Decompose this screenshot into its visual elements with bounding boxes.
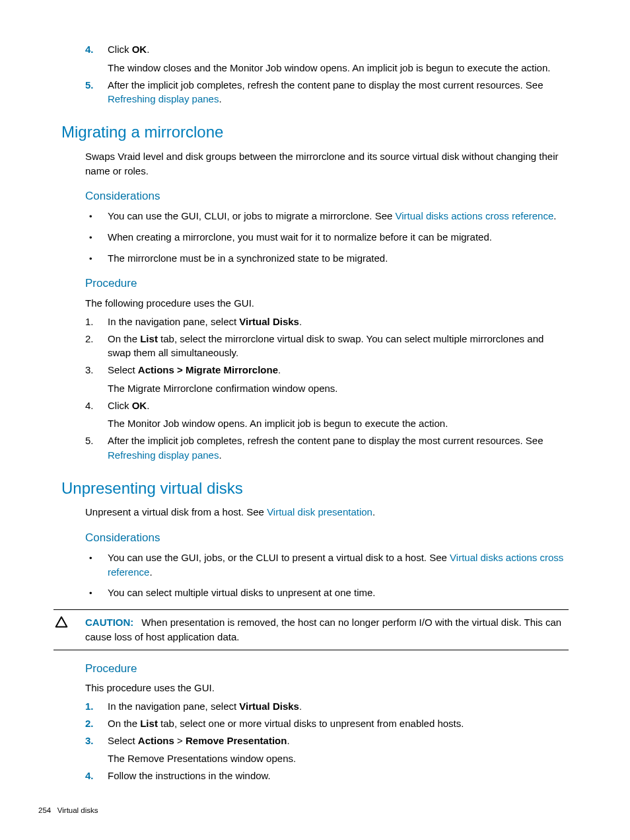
text: After the implicit job completes, refres… <box>108 435 543 446</box>
heading-procedure: Procedure <box>85 661 569 677</box>
step-body: Select Actions > Migrate Mirrorclone. Th… <box>108 363 569 396</box>
caution-box: CAUTION:When presentation is removed, th… <box>53 609 569 650</box>
step-body: On the List tab, select the mirrorclone … <box>108 332 569 361</box>
bold: OK <box>132 44 147 55</box>
step-4: 4. Click OK. The window closes and the M… <box>85 42 569 75</box>
step-marker: 2. <box>85 332 108 361</box>
text: Select <box>108 735 138 746</box>
text: tab, select the mirrorclone virtual disk… <box>108 333 543 359</box>
step-body: Follow the instructions in the window. <box>108 769 569 783</box>
step-sub: The Remove Presentations window opens. <box>108 751 569 766</box>
step-4: 4. Follow the instructions in the window… <box>85 769 569 783</box>
bullet-icon <box>85 551 108 580</box>
bold: Virtual Disks <box>239 701 299 712</box>
step-3: 3. Select Actions > Migrate Mirrorclone.… <box>85 363 569 396</box>
migrating-intro: Swaps Vraid level and disk groups betwee… <box>85 149 569 178</box>
link-actions-xref[interactable]: Virtual disks actions cross reference <box>395 210 553 221</box>
step-2: 2. On the List tab, select one or more v… <box>85 716 569 731</box>
bullet-icon <box>85 209 108 223</box>
caution-body: CAUTION:When presentation is removed, th… <box>85 615 569 644</box>
step-body: After the implicit job completes, refres… <box>108 434 569 463</box>
text: Unpresent a virtual disk from a host. Se… <box>85 506 267 517</box>
step-marker: 5. <box>85 78 108 107</box>
step-1: 1. In the navigation pane, select Virtua… <box>85 315 569 329</box>
step-marker: 5. <box>85 434 108 463</box>
step-2: 2. On the List tab, select the mirrorclo… <box>85 332 569 361</box>
list-item: When creating a mirrorclone, you must wa… <box>85 230 569 245</box>
text: You can select multiple virtual disks to… <box>108 586 569 600</box>
link-refreshing-panes[interactable]: Refreshing display panes <box>108 93 219 104</box>
text: . <box>219 449 221 461</box>
text: In the navigation pane, select <box>108 316 239 327</box>
text: . <box>147 400 149 411</box>
step-marker: 3. <box>85 734 108 767</box>
text: You can use the GUI, CLUI, or jobs to mi… <box>108 209 569 223</box>
text: On the <box>108 333 140 344</box>
list-item: You can select multiple virtual disks to… <box>85 586 569 600</box>
text: . <box>299 316 302 327</box>
bold: List <box>140 718 158 729</box>
bold: Actions > Migrate Mirrorclone <box>138 364 278 375</box>
procedure-intro: The following procedure uses the GUI. <box>85 296 569 311</box>
text: . <box>219 93 221 104</box>
step-marker: 4. <box>85 399 108 432</box>
step-1: 1. In the navigation pane, select Virtua… <box>85 699 569 714</box>
step-5: 5. After the implicit job completes, ref… <box>85 78 569 107</box>
text: tab, select one or more virtual disks to… <box>158 718 464 729</box>
step-4: 4. Click OK. The Monitor Job window open… <box>85 399 569 432</box>
heading-considerations: Considerations <box>85 188 569 205</box>
text: . <box>287 735 289 746</box>
page-footer: 254 Virtual disks <box>38 805 98 812</box>
text: . <box>147 44 149 55</box>
step-marker: 3. <box>85 363 108 396</box>
bullet-icon <box>85 251 108 266</box>
text: . <box>149 566 152 578</box>
caution-icon <box>53 615 85 644</box>
text: You can use the GUI, jobs, or the CLUI t… <box>108 551 569 580</box>
step-marker: 4. <box>85 42 108 75</box>
text: You can use the GUI, jobs, or the CLUI t… <box>108 552 450 563</box>
text: You can use the GUI, CLUI, or jobs to mi… <box>108 210 395 221</box>
procedure-intro: This procedure uses the GUI. <box>85 681 569 695</box>
step-marker: 4. <box>85 769 108 783</box>
text: In the navigation pane, select <box>108 701 239 712</box>
unpresenting-intro: Unpresent a virtual disk from a host. Se… <box>85 505 569 519</box>
bold: Actions <box>138 735 174 746</box>
text: Click <box>108 44 132 55</box>
text: > <box>174 735 186 746</box>
bullet-icon <box>85 230 108 245</box>
list-item: The mirrorclone must be in a synchronize… <box>85 251 569 266</box>
step-body: Click OK. The window closes and the Moni… <box>108 42 569 75</box>
bullet-icon <box>85 586 108 600</box>
step-sub: The Migrate Mirrorclone confirmation win… <box>108 381 569 396</box>
bold: OK <box>132 400 147 411</box>
caution-text: When presentation is removed, the host c… <box>85 617 561 642</box>
list-item: You can use the GUI, CLUI, or jobs to mi… <box>85 209 569 223</box>
step-3: 3. Select Actions > Remove Presentation.… <box>85 734 569 767</box>
step-sub: The Monitor Job window opens. An implici… <box>108 416 569 431</box>
step-body: Click OK. The Monitor Job window opens. … <box>108 399 569 432</box>
heading-unpresenting: Unpresenting virtual disks <box>61 477 569 500</box>
link-refreshing-panes[interactable]: Refreshing display panes <box>108 449 219 461</box>
text: After the implicit job completes, refres… <box>108 79 543 91</box>
bold: List <box>140 333 158 344</box>
step-5: 5. After the implicit job completes, ref… <box>85 434 569 463</box>
text: When creating a mirrorclone, you must wa… <box>108 230 569 245</box>
bold: Remove Presentation <box>186 735 287 746</box>
link-vd-presentation[interactable]: Virtual disk presentation <box>267 506 372 517</box>
step-marker: 1. <box>85 315 108 329</box>
text: Select <box>108 364 138 375</box>
step-body: On the List tab, select one or more virt… <box>108 716 569 731</box>
text: The mirrorclone must be in a synchronize… <box>108 251 569 266</box>
step-body: Select Actions > Remove Presentation. Th… <box>108 734 569 767</box>
list-item: You can use the GUI, jobs, or the CLUI t… <box>85 551 569 580</box>
text: . <box>372 506 375 517</box>
caution-label: CAUTION: <box>85 617 133 628</box>
heading-considerations: Considerations <box>85 530 569 547</box>
step-marker: 2. <box>85 716 108 731</box>
page-content: 4. Click OK. The window closes and the M… <box>85 42 569 783</box>
heading-migrating: Migrating a mirrorclone <box>61 121 569 144</box>
page-number: 254 <box>38 806 51 812</box>
text: Click <box>108 400 132 411</box>
heading-procedure: Procedure <box>85 276 569 292</box>
